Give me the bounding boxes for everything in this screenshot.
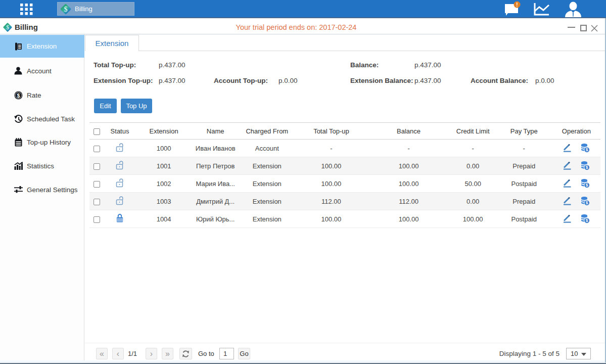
svg-text:!: ! [516, 2, 518, 8]
svg-text:$: $ [17, 92, 20, 98]
svg-text:$: $ [586, 147, 588, 152]
svg-text:$: $ [586, 200, 588, 205]
svg-text:$: $ [586, 165, 588, 170]
svg-text:$: $ [586, 218, 588, 223]
svg-text:$: $ [586, 183, 588, 188]
svg-text:$: $ [64, 6, 68, 13]
